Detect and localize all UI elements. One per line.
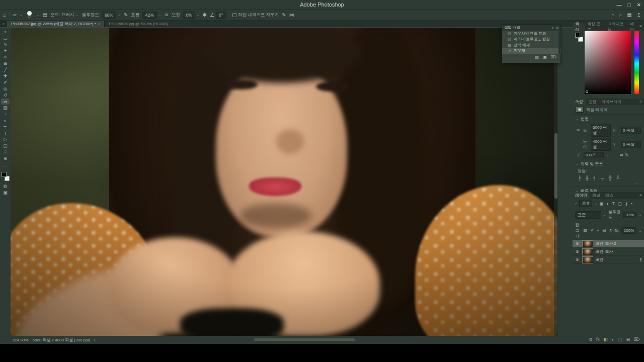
align-top-icon[interactable]: ╥ <box>601 175 604 180</box>
frame-tool[interactable]: ⊞ <box>1 60 10 67</box>
foreground-color-swatch[interactable] <box>2 172 7 177</box>
opacity-value[interactable]: 68% <box>102 12 116 19</box>
workspace-icon[interactable]: ▦ <box>627 12 631 18</box>
eraser-tool[interactable]: ▱ <box>1 99 10 105</box>
tab-swatches[interactable]: 색상 견본 <box>585 23 605 30</box>
account-icon[interactable]: ◔ <box>611 12 614 18</box>
zoom-tool[interactable]: ⊕ <box>1 155 10 162</box>
filter-image-icon[interactable]: ▣ <box>599 201 603 206</box>
layer-thumbnail[interactable] <box>582 240 593 247</box>
close-tab-icon[interactable]: × <box>98 22 101 26</box>
eye-icon[interactable]: ⊙ <box>575 257 580 262</box>
new-snapshot-icon[interactable]: ▣ <box>543 55 547 59</box>
color-swatch-pair[interactable] <box>575 33 583 42</box>
add-mask-icon[interactable]: ◧ <box>604 337 608 342</box>
vertical-scrollbar-thumb[interactable] <box>554 133 557 199</box>
airbrush-icon[interactable]: ≋ <box>165 12 169 18</box>
new-group-icon[interactable]: ▢ <box>618 337 622 342</box>
chevron-down-icon[interactable]: ⌄ <box>37 13 40 17</box>
eye-icon[interactable]: ⊙ <box>575 241 580 246</box>
height-field[interactable]: 4000 픽셀 <box>591 138 611 151</box>
type-tool[interactable]: T <box>1 130 10 137</box>
foreground-color-swatch[interactable] <box>575 33 580 38</box>
chevron-down-icon[interactable]: ⌄ <box>594 202 597 206</box>
chevron-down-icon[interactable]: ⌄ <box>606 153 609 157</box>
flow-control[interactable]: 흐름: 42% ⌄ <box>131 12 161 19</box>
new-layer-icon[interactable]: ⊞ <box>626 337 630 342</box>
link-layers-icon[interactable]: ⧉ <box>589 337 592 342</box>
move-tool[interactable]: ⌖ <box>1 29 10 35</box>
lock-position-icon[interactable]: ⌖ <box>597 228 599 233</box>
marquee-tool[interactable]: ▭ <box>1 35 10 42</box>
layer-row-3[interactable]: ⊙ 배경 ⚷ <box>573 256 644 264</box>
chevron-down-icon[interactable]: ⌄ <box>638 213 641 217</box>
healing-brush-tool[interactable]: ✚ <box>1 73 10 79</box>
link-dimensions-icon[interactable]: ⧉ <box>576 128 581 133</box>
screen-mode-icon[interactable]: ▣ <box>1 190 10 196</box>
history-item[interactable]: ▤ 선택 해제 <box>502 42 560 48</box>
chevron-down-icon[interactable]: ⌄ <box>638 229 641 233</box>
panel-menu-icon[interactable]: ≡ <box>639 23 644 30</box>
blend-mode-dropdown[interactable]: 표준 <box>575 211 601 219</box>
tab-gradients[interactable]: 그라디언트 <box>605 23 627 30</box>
pen-tool[interactable]: ✒ <box>1 124 10 130</box>
history-panel-header[interactable]: 작업 내역 » ≡ <box>502 25 560 31</box>
crop-tool[interactable]: ⌗ <box>1 54 10 60</box>
tab-libraries[interactable]: 라이브러리 <box>599 99 624 105</box>
flow-value[interactable]: 42% <box>142 12 157 19</box>
filter-smart-icon[interactable]: ⚷ <box>625 201 628 206</box>
search-icon[interactable]: ⌕ <box>619 12 622 18</box>
align-more-button[interactable]: ··· <box>573 182 644 186</box>
toggle-brush-panel-icon[interactable]: ▤ <box>43 12 47 18</box>
lasso-tool[interactable]: ∿ <box>1 41 10 48</box>
angle-field[interactable]: 0.00° <box>584 152 604 158</box>
y-field[interactable]: 0 픽셀 <box>621 141 641 148</box>
collapse-panel-icon[interactable]: » <box>551 26 553 30</box>
home-icon[interactable]: ⌂ <box>3 12 6 18</box>
new-document-from-state-icon[interactable]: ▤ <box>535 55 539 59</box>
path-selection-tool[interactable]: ▷ <box>1 136 10 143</box>
quick-selection-tool[interactable]: ✦ <box>1 48 10 54</box>
pressure-opacity-icon[interactable]: ✎ <box>124 12 128 18</box>
gear-icon[interactable]: ✱ <box>203 12 207 18</box>
symmetry-icon[interactable]: ⋈ <box>289 12 294 18</box>
lock-all-icon[interactable]: ⚷ <box>609 228 612 233</box>
layer-style-icon[interactable]: fx <box>596 337 600 342</box>
layer-thumbnail[interactable] <box>582 248 593 255</box>
clone-stamp-tool[interactable]: ◎ <box>1 85 10 92</box>
opacity-control[interactable]: 불투명도: 68% ⌄ <box>82 12 121 19</box>
chevron-down-icon[interactable]: ⌄ <box>603 213 606 217</box>
delete-layer-icon[interactable]: ⌦ <box>634 337 640 342</box>
angle-control[interactable]: ∠ 0° <box>210 12 226 19</box>
layer-row-1[interactable]: ⊙ 배경 복사 2 <box>573 240 644 248</box>
chevron-down-icon[interactable]: ⌄ <box>20 13 23 17</box>
erase-to-history-checkbox[interactable]: 작업 내역으로 지우기 <box>232 12 279 18</box>
history-item-selected[interactable]: ▱ 지우개 <box>502 48 560 54</box>
filter-toggle-icon[interactable]: • <box>631 201 632 206</box>
share-icon[interactable]: ↥ <box>637 12 641 18</box>
tab-paths[interactable]: 패스 <box>603 192 616 199</box>
x-field[interactable]: 0 픽셀 <box>621 127 641 134</box>
brush-preset-picker[interactable]: 17 <box>26 11 34 19</box>
mode-dropdown[interactable]: 모드: 브러시 ⌄ <box>50 12 79 18</box>
maximize-button[interactable]: □ <box>628 2 631 8</box>
align-left-icon[interactable]: ╞ <box>578 175 581 180</box>
smoothing-value[interactable]: 0% <box>183 12 195 19</box>
adjustment-layer-icon[interactable]: ◐ <box>612 337 614 342</box>
delete-state-icon[interactable]: ⌦ <box>551 55 556 59</box>
align-section-header[interactable]: ⌄ 정렬 및 분포 <box>573 159 644 168</box>
edit-toolbar-icon[interactable]: … <box>1 161 10 168</box>
foreground-background-swatches[interactable] <box>2 172 10 181</box>
document-tab-2[interactable]: PHJ05536.jpg @ 50.3% (RGB/8) <box>105 21 172 27</box>
gradient-tool[interactable]: ▨ <box>1 105 10 111</box>
brush-tool[interactable]: ✐ <box>1 79 10 86</box>
filter-shape-icon[interactable]: ▢ <box>618 201 622 206</box>
lock-transparency-icon[interactable]: ▦ <box>583 228 587 233</box>
status-chevron-icon[interactable]: › <box>94 338 96 342</box>
lock-pixels-icon[interactable]: ✐ <box>590 228 594 233</box>
hue-slider[interactable] <box>634 31 639 94</box>
eyedropper-tool[interactable]: ╱ <box>1 67 10 73</box>
layer-opacity-value[interactable]: 33% <box>623 212 636 218</box>
horizontal-scrollbar-thumb[interactable] <box>254 338 355 341</box>
shape-tool[interactable]: ▢ <box>1 143 10 149</box>
